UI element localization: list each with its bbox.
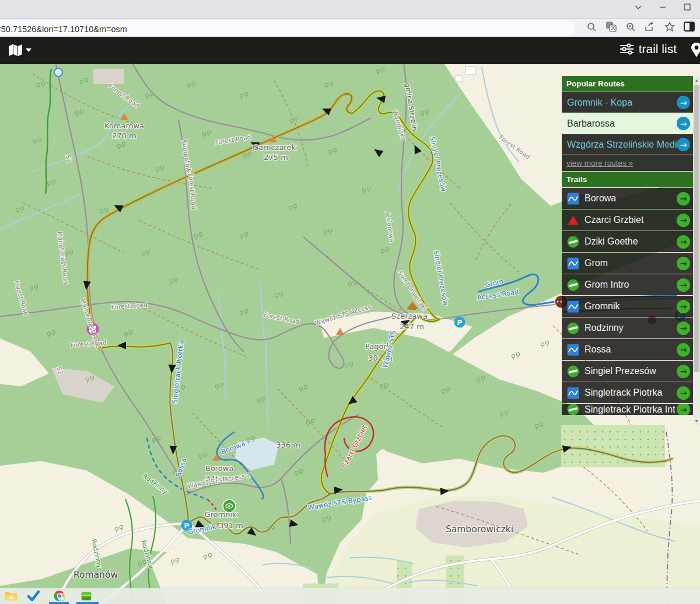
difficulty-icon [567, 404, 579, 415]
open-trail-arrow-icon[interactable] [677, 257, 690, 270]
open-route-arrow-icon[interactable] [677, 117, 690, 130]
trail-name: Dziki Goethe [584, 236, 675, 247]
location-pin-icon [690, 42, 700, 58]
side-panel-icon[interactable] [684, 22, 695, 32]
bluestacks-icon[interactable] [79, 590, 93, 602]
trails-header: Trails [562, 172, 693, 187]
difficulty-icon [567, 301, 579, 313]
trail-name: Singletrack Piotrka Intro [584, 404, 675, 415]
check-app-icon[interactable] [27, 590, 40, 602]
url-text[interactable]: lat=50.71526&lon=17.10710&m=osm [0, 25, 127, 34]
open-trail-arrow-icon[interactable] [677, 322, 690, 335]
popular-routes-header: Popular Routes [562, 76, 693, 92]
open-trail-arrow-icon[interactable] [677, 386, 690, 400]
screen: lat=50.71526&lon=17.10710&m=osm trail li… [0, 0, 700, 604]
open-trail-arrow-icon[interactable] [677, 365, 690, 378]
route-name: Wzgórza Strzelińskie Medium [562, 139, 678, 150]
minimize-icon[interactable] [658, 2, 667, 12]
trail-name: Grom [584, 258, 675, 268]
route-row-gromnik-kopa[interactable]: Gromnik - Kopa [562, 92, 693, 113]
svg-text:Garnczarek: Garnczarek [253, 143, 296, 152]
bookmark-star-icon[interactable] [664, 22, 675, 32]
browser-tabstrip [0, 0, 700, 19]
difficulty-icon [567, 344, 579, 356]
svg-text:247 m: 247 m [400, 322, 424, 331]
browser-toolbar: lat=50.71526&lon=17.10710&m=osm [0, 19, 700, 37]
svg-text:270 m: 270 m [112, 131, 136, 140]
chevron-down-icon[interactable] [634, 2, 643, 12]
difficulty-icon [567, 387, 579, 399]
poi-icon[interactable] [54, 68, 62, 76]
open-trail-arrow-icon[interactable] [677, 192, 690, 205]
trail-row-grom[interactable]: Grom [562, 253, 693, 274]
map-layers-menu[interactable] [8, 43, 32, 57]
open-trail-arrow-icon[interactable] [677, 278, 690, 292]
open-trail-arrow-icon[interactable] [677, 214, 690, 227]
search-icon[interactable] [586, 22, 597, 32]
svg-text:336 m: 336 m [276, 441, 300, 449]
svg-text:Komarowa: Komarowa [104, 121, 144, 130]
app-header: trail list [0, 37, 700, 64]
open-route-arrow-icon[interactable] [677, 96, 690, 109]
trail-row-borowa[interactable]: Borowa [562, 188, 693, 209]
zoom-icon[interactable] [625, 22, 636, 32]
difficulty-icon [567, 279, 579, 291]
trail-row-grom-intro[interactable]: Grom Intro [562, 274, 693, 295]
caret-down-icon [26, 48, 32, 53]
translate-icon[interactable] [606, 21, 617, 32]
trail-name: Rodzinny [584, 323, 675, 333]
trail-row-rossa[interactable]: Rossa [562, 339, 693, 360]
trail-list-button[interactable]: trail list [620, 42, 677, 56]
difficulty-icon [567, 322, 579, 334]
share-icon[interactable] [645, 22, 656, 32]
trail-row-singletrack-piotrka-intro[interactable]: Singletrack Piotrka Intro [562, 404, 693, 415]
trail-row-rodzinny[interactable]: Rodzinny [562, 317, 693, 338]
route-row-wzgorza-strzelinskie[interactable]: Wzgórza Strzelińskie Medium [562, 134, 693, 155]
difficulty-icon [567, 257, 579, 270]
svg-text:P: P [457, 319, 463, 327]
difficulty-icon [567, 193, 579, 205]
svg-text:Samborowiczki: Samborowiczki [446, 524, 513, 535]
trail-name: Singiel Prezesów [584, 366, 675, 376]
trail-name: Singletrack Piotrka [584, 387, 675, 398]
scroll-up-icon[interactable]: ▲ [693, 76, 700, 84]
maximize-icon[interactable] [682, 2, 692, 12]
trail-name: Grom Intro [584, 280, 675, 290]
url-bar[interactable]: lat=50.71526&lon=17.10710&m=osm [0, 20, 575, 36]
file-explorer-icon[interactable] [5, 590, 18, 602]
open-trail-arrow-icon[interactable] [677, 343, 690, 357]
open-trail-arrow-icon[interactable] [677, 404, 690, 415]
trail-name: Rossa [584, 344, 675, 355]
svg-text:Romanów: Romanów [74, 570, 118, 580]
trail-row-singiel-prezesow[interactable]: Singiel Prezesów [562, 361, 693, 382]
difficulty-icon [567, 365, 579, 378]
svg-text:Szerzawa: Szerzawa [391, 312, 428, 320]
svg-text:391 m: 391 m [219, 521, 243, 530]
route-name: Barbarossa [562, 118, 678, 129]
locate-button[interactable] [690, 42, 700, 61]
parking-icon[interactable]: P [454, 317, 466, 328]
trail-name: Czarci Grzbiet [584, 215, 675, 225]
open-route-arrow-icon[interactable] [677, 138, 690, 151]
route-name: Gromnik - Kopa [562, 97, 678, 108]
filters-icon [620, 43, 634, 55]
svg-text:275 m: 275 m [264, 153, 288, 162]
trail-name: Gromnik [584, 301, 675, 312]
view-more-routes[interactable]: view more routes » [562, 155, 693, 171]
difficulty-icon [567, 236, 579, 248]
taskbar [0, 588, 700, 604]
sidebar-scrollbar[interactable]: ▲ ▼ [693, 76, 700, 425]
difficulty-icon [567, 214, 579, 226]
trail-row-dziki-goethe[interactable]: Dziki Goethe [562, 231, 693, 252]
trail-row-singletrack-piotrka[interactable]: Singletrack Piotrka [562, 382, 693, 403]
route-row-barbarossa[interactable]: Barbarossa [562, 113, 693, 134]
open-trail-arrow-icon[interactable] [677, 300, 690, 313]
map-icon [8, 43, 23, 57]
trail-row-gromnik[interactable]: Gromnik [562, 296, 693, 317]
scroll-down-icon[interactable]: ▼ [693, 417, 700, 425]
viewpoint-icon[interactable] [223, 500, 236, 512]
chrome-icon[interactable] [52, 590, 66, 602]
trail-row-czarci-grzbiet[interactable]: Czarci Grzbiet [562, 210, 693, 231]
scrollbar-thumb[interactable] [694, 85, 699, 372]
open-trail-arrow-icon[interactable] [677, 235, 690, 249]
